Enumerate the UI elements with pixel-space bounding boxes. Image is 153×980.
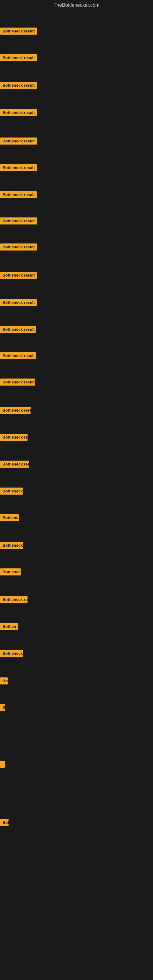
bottleneck-badge[interactable]: Bottleneck result [0, 164, 37, 171]
bottleneck-badge[interactable]: Bottlene [0, 514, 19, 521]
bottleneck-badge[interactable]: Bottlen [0, 623, 18, 630]
bottleneck-badge[interactable]: Bottleneck result [0, 299, 37, 306]
bottleneck-item: Bottleneck [0, 488, 23, 496]
bottleneck-item: Bottleneck resu [0, 461, 29, 469]
bottleneck-item: | [0, 761, 5, 769]
bottleneck-item: Bottleneck result [0, 82, 37, 90]
bottleneck-badge[interactable]: Bottleneck result [0, 27, 37, 35]
bottleneck-item: Bottleneck result [0, 164, 37, 172]
bottleneck-badge[interactable]: B [0, 704, 5, 711]
bottleneck-item: Bottleneck result [0, 218, 37, 226]
bottleneck-badge[interactable]: Bottleneck result [0, 82, 37, 89]
bottleneck-item: Bottleneck result [0, 407, 30, 415]
bottleneck-badge[interactable]: Bottleneck result [0, 379, 35, 385]
bottleneck-item: Bottleneck result [0, 379, 35, 387]
bottleneck-item: Bottlenec [0, 568, 21, 577]
bottleneck-badge[interactable]: Bottleneck [0, 650, 23, 657]
bottleneck-item: Bottleneck [0, 542, 23, 550]
bottleneck-item: Bot [0, 819, 9, 827]
bottleneck-badge[interactable]: Bottleneck result [0, 191, 37, 198]
bottleneck-badge[interactable]: Bottleneck [0, 488, 23, 495]
bottleneck-item: Bottleneck result [0, 191, 37, 199]
bottleneck-item: Bottleneck result [0, 27, 37, 36]
bottleneck-badge[interactable]: Bottlenec [0, 568, 21, 576]
bottleneck-item: Bottlen [0, 623, 18, 631]
bottleneck-item: Bottleneck result [0, 326, 36, 334]
bottleneck-badge[interactable]: Bottleneck result [0, 407, 30, 414]
bottleneck-item: Bottleneck result [0, 272, 37, 280]
bottleneck-item: Bottleneck re [0, 434, 27, 442]
bottleneck-badge[interactable]: Bottleneck result [0, 272, 37, 279]
bottleneck-item: Bottleneck re [0, 596, 27, 604]
bottleneck-badge[interactable]: Bot [0, 819, 9, 826]
bottleneck-badge[interactable]: Bo [0, 678, 8, 684]
bottleneck-badge[interactable]: Bottleneck re [0, 434, 27, 441]
bottleneck-item: Bottlene [0, 514, 19, 522]
bottleneck-badge[interactable]: Bottleneck re [0, 596, 27, 603]
bottleneck-badge[interactable]: Bottleneck result [0, 243, 37, 250]
bottleneck-item: Bottleneck result [0, 299, 37, 307]
bottleneck-badge[interactable]: Bottleneck result [0, 218, 37, 224]
bottleneck-item: Bo [0, 678, 8, 686]
bottleneck-item: Bottleneck result [0, 54, 37, 62]
site-title: TheBottlenecker.com [0, 0, 153, 10]
bottleneck-item: Bottleneck result [0, 137, 37, 146]
bottleneck-badge[interactable]: Bottleneck result [0, 109, 37, 116]
bottleneck-badge[interactable]: Bottleneck resu [0, 461, 29, 468]
bottleneck-item: B [0, 704, 5, 712]
bottleneck-badge[interactable]: | [0, 761, 5, 768]
bottleneck-badge[interactable]: Bottleneck result [0, 137, 37, 145]
bottleneck-badge[interactable]: Bottleneck result [0, 54, 37, 61]
bottleneck-item: Bottleneck result [0, 352, 36, 360]
bottleneck-item: Bottleneck [0, 650, 23, 658]
bottleneck-badge[interactable]: Bottleneck [0, 542, 23, 549]
bottleneck-item: Bottleneck result [0, 243, 37, 252]
bottleneck-badge[interactable]: Bottleneck result [0, 326, 36, 333]
bottleneck-item: Bottleneck result [0, 109, 37, 117]
bottleneck-badge[interactable]: Bottleneck result [0, 352, 36, 359]
